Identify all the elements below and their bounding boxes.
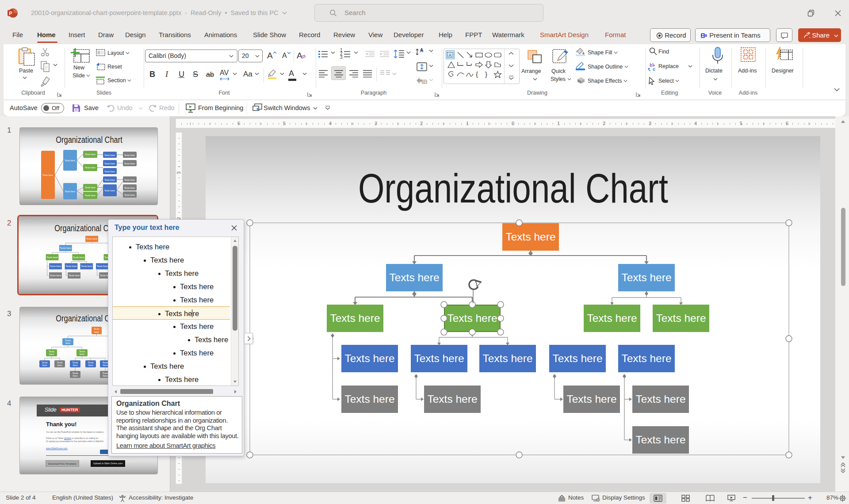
svg-text:Texts here: Texts here	[104, 170, 115, 173]
svg-text:here: here	[103, 364, 107, 367]
svg-text:Texts here: Texts here	[97, 265, 108, 267]
svg-text:Texts here: Texts here	[73, 256, 84, 259]
svg-text:here: here	[88, 364, 93, 367]
svg-text:Texts here: Texts here	[60, 247, 71, 249]
svg-text:P: P	[9, 11, 12, 16]
svg-text:Texts here: Texts here	[104, 162, 115, 165]
svg-text:here: here	[57, 364, 62, 367]
svg-text:here: here	[49, 353, 54, 355]
svg-text:Texts here: Texts here	[104, 179, 115, 181]
svg-text:here: here	[42, 364, 47, 367]
svg-text:Texts here: Texts here	[124, 179, 135, 181]
svg-text:A: A	[449, 53, 452, 57]
svg-text:Texts here: Texts here	[124, 154, 135, 157]
svg-text:Texts: Texts	[94, 328, 99, 330]
svg-text:Texts here: Texts here	[65, 159, 75, 162]
svg-text:Texts here: Texts here	[65, 190, 75, 193]
svg-text:Texts here: Texts here	[85, 166, 96, 169]
svg-text:Texts here: Texts here	[124, 187, 135, 189]
svg-text:c: c	[653, 66, 655, 72]
svg-text:Texts here: Texts here	[86, 237, 97, 240]
svg-text:b: b	[650, 63, 653, 68]
svg-text:Texts here: Texts here	[85, 153, 96, 156]
svg-text:Texts here: Texts here	[65, 265, 76, 267]
svg-text:here: here	[73, 364, 77, 367]
svg-text:here: here	[65, 342, 70, 344]
svg-text:here: here	[94, 331, 99, 333]
svg-text:Texts here: Texts here	[124, 162, 135, 165]
svg-text:Texts here: Texts here	[124, 194, 135, 196]
svg-text:Texts here: Texts here	[50, 274, 61, 277]
svg-text:Texts here: Texts here	[104, 154, 115, 157]
svg-text:Texts here: Texts here	[104, 189, 115, 192]
svg-text:Texts here: Texts here	[81, 265, 92, 267]
svg-text:Texts here: Texts here	[69, 274, 80, 277]
svg-text:Texts here: Texts here	[85, 186, 96, 189]
svg-text:Texts here: Texts here	[46, 256, 57, 259]
svg-text:here: here	[73, 374, 77, 377]
svg-text:Texts here: Texts here	[85, 194, 96, 197]
svg-text:here: here	[103, 374, 107, 377]
svg-text:Texts here: Texts here	[42, 174, 53, 176]
svg-text:Texts here: Texts here	[50, 265, 61, 267]
svg-text:here: here	[80, 353, 84, 355]
